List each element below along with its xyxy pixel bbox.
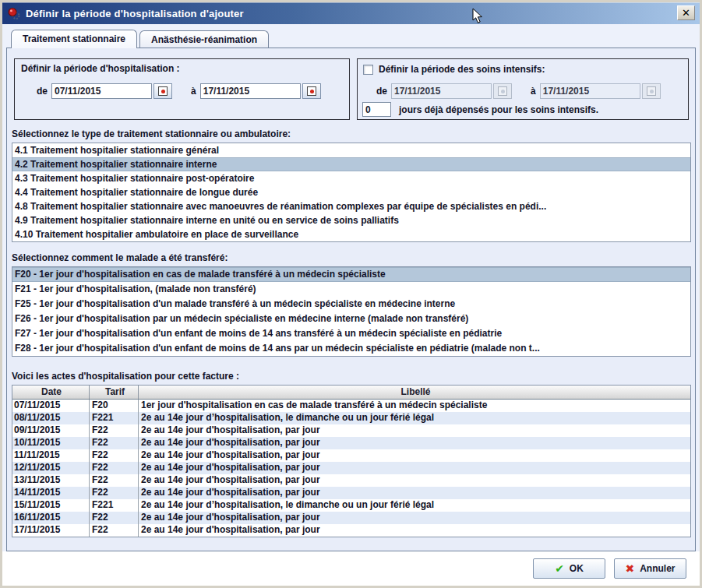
transfer-list[interactable]: F20 - 1er jour d'hospitalisation en cas … [12,266,691,357]
intensive-to-calendar-button [642,83,661,99]
table-cell: F22 [90,487,139,499]
table-cell: F221 [90,499,139,512]
calendar-icon [307,86,316,96]
table-cell: F22 [90,474,139,487]
cross-icon: ✖ [625,562,634,575]
table-cell: F22 [90,524,139,537]
table-cell: 14/11/2015 [12,487,90,499]
table-cell: 08/11/2015 [12,412,90,424]
intensive-period-checkbox-label: Définir la période des soins intensifs: [379,64,545,75]
table-cell: F22 [90,462,139,474]
table-cell: 2e au 14e jour d'hospitalisation, par jo… [139,512,690,524]
table-cell: F22 [90,449,139,462]
treatment-list[interactable]: 4.1 Traitement hospitalier stationnaire … [12,143,691,242]
tab-anasthesie-reanimation[interactable]: Anästhésie-réanimation [139,30,269,48]
column-header[interactable]: Tarif [90,386,139,399]
ok-button-label: OK [570,563,584,574]
table-cell: 2e au 14e jour d’hospitalisation, le dim… [139,412,690,424]
calendar-icon [647,86,656,96]
table-row[interactable]: 15/11/2015F2212e au 14e jour d’hospitali… [12,499,690,512]
table-cell: 13/11/2015 [12,474,90,487]
acts-table[interactable]: DateTarifLibellé 07/11/2015F201er jour d… [12,385,691,537]
dialog-window: Définir la période d'hospitalisation d'a… [0,0,702,588]
list-item[interactable]: 4.1 Traitement hospitalier stationnaire … [12,143,690,157]
table-row[interactable]: 14/11/2015F222e au 14e jour d'hospitalis… [12,487,690,499]
intensive-days-label: jours déjà dépensés pour les soins inten… [399,104,598,115]
column-header[interactable]: Date [12,386,90,399]
dialog-body: Traitement stationnaire Anästhésie-réani… [2,24,700,586]
hospital-period-group: Définir la période d'hospitalisation : d… [14,58,350,120]
hospital-to-input[interactable] [200,83,301,99]
close-button[interactable]: ✕ [677,5,695,20]
table-cell: 2e au 14e jour d'hospitalisation, par jo… [139,474,690,487]
cancel-button-label: Annuler [640,563,675,574]
from-label: de [37,86,48,97]
app-icon [7,7,20,20]
intensive-from-input [391,83,492,99]
hospital-from-input[interactable] [51,83,152,99]
table-cell: 07/11/2015 [12,400,90,412]
hospital-from-calendar-button[interactable] [153,83,172,99]
table-cell: 17/11/2015 [12,524,90,537]
window-title: Définir la période d'hospitalisation d'a… [26,8,244,19]
list-item[interactable]: 4.8 Traitement hospitalier stationnaire … [12,199,690,213]
list-item[interactable]: F20 - 1er jour d'hospitalisation en cas … [12,267,690,282]
transfer-list-label: Sélectionnez comment le malade a été tra… [12,252,228,263]
intensive-days-input[interactable] [362,102,391,117]
list-item[interactable]: F21 - 1er jour d'hospitalisation, (malad… [12,282,690,297]
table-cell: 2e au 14e jour d'hospitalisation, par jo… [139,424,690,437]
table-cell: F22 [90,512,139,524]
window-titlebar[interactable]: Définir la période d'hospitalisation d'a… [2,2,700,24]
list-item[interactable]: 4.9 Traitement hospitalier stationnaire … [12,213,690,227]
table-row[interactable]: 16/11/2015F222e au 14e jour d'hospitalis… [12,512,690,524]
table-cell: 1er jour d'hospitalisation en cas de mal… [139,400,690,412]
column-header[interactable]: Libellé [139,386,690,399]
table-row[interactable]: 12/11/2015F222e au 14e jour d'hospitalis… [12,462,690,474]
hospital-to-calendar-button[interactable] [302,83,321,99]
intensive-from-calendar-button [493,83,512,99]
button-bar: ✔ OK ✖ Annuler [2,551,700,586]
list-item[interactable]: F27 - 1er jour d'hospitalisation d'un en… [12,326,690,341]
tab-traitement-stationnaire[interactable]: Traitement stationnaire [11,30,137,48]
table-cell: 10/11/2015 [12,437,90,449]
table-row[interactable]: 13/11/2015F222e au 14e jour d'hospitalis… [12,474,690,487]
table-cell: 09/11/2015 [12,424,90,437]
table-row[interactable]: 09/11/2015F222e au 14e jour d'hospitalis… [12,424,690,437]
table-row[interactable]: 10/11/2015F222e au 14e jour d'hospitalis… [12,437,690,449]
to-label: à [531,86,536,97]
table-row[interactable]: 08/11/2015F2212e au 14e jour d’hospitali… [12,412,690,424]
cancel-button[interactable]: ✖ Annuler [614,558,686,579]
tab-panel-traitement: Définir la période d'hospitalisation : d… [6,48,696,551]
intensive-to-input [540,83,640,99]
list-item[interactable]: 4.4 Traitement hospitalier stationnaire … [12,185,690,199]
list-item[interactable]: 4.3 Traitement hospitalier stationnaire … [12,171,690,185]
table-cell: F22 [90,437,139,449]
table-cell: 11/11/2015 [12,449,90,462]
table-cell: 2e au 14e jour d'hospitalisation, par jo… [139,462,690,474]
table-row[interactable]: 17/11/2015F222e au 14e jour d'hospitalis… [12,524,690,537]
table-cell: 15/11/2015 [12,499,90,512]
table-row[interactable]: 11/11/2015F222e au 14e jour d'hospitalis… [12,449,690,462]
table-cell: 16/11/2015 [12,512,90,524]
acts-table-body: 07/11/2015F201er jour d'hospitalisation … [12,400,690,537]
from-label: de [376,86,387,97]
list-item[interactable]: F28 - 1er jour d'hospitalisation d'un en… [12,341,690,356]
calendar-icon [158,86,168,96]
ok-button[interactable]: ✔ OK [533,558,605,579]
table-cell: F221 [90,412,139,424]
treatment-list-label: Sélectionnez le type de traitement stati… [12,129,291,139]
calendar-icon [498,86,507,96]
list-item[interactable]: F26 - 1er jour d'hospitalisation par un … [12,312,690,326]
list-item[interactable]: 4.10 Traitement hospitalier ambulatoire … [12,227,690,241]
table-cell: 2e au 14e jour d’hospitalisation, le dim… [139,499,690,512]
acts-table-label: Voici les actes d'hospitalisation pour c… [12,371,239,382]
list-item[interactable]: F25 - 1er jour d'hospitalisation d'un ma… [12,297,690,312]
intensive-period-checkbox[interactable] [363,65,373,75]
list-item[interactable]: 4.2 Traitement hospitalier stationnaire … [12,157,690,171]
table-cell: F22 [90,424,139,437]
check-icon: ✔ [555,562,564,575]
tab-bar: Traitement stationnaire Anästhésie-réani… [11,30,269,48]
table-row[interactable]: 07/11/2015F201er jour d'hospitalisation … [12,400,690,412]
acts-table-header[interactable]: DateTarifLibellé [12,386,690,400]
table-cell: 2e au 14e jour d'hospitalisation, par jo… [139,437,690,449]
